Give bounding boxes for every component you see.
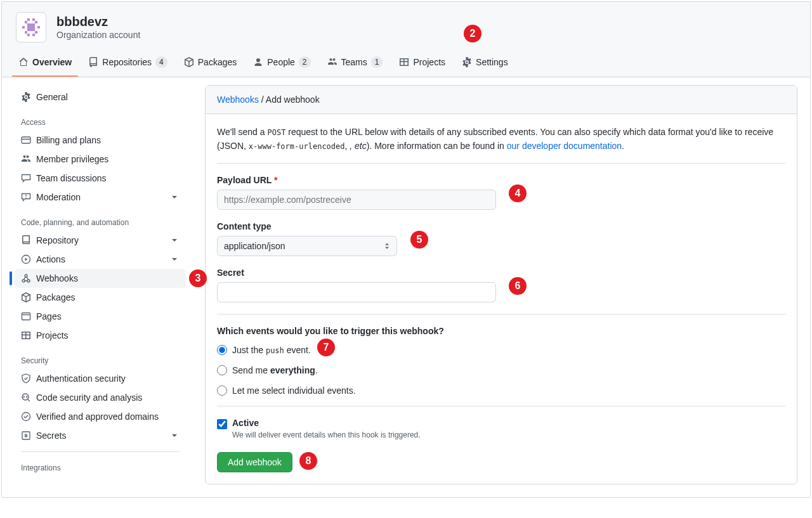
svg-line-22 [28,399,30,402]
sidebar-webhooks[interactable]: Webhooks 3 [15,269,186,288]
sidebar-secrets[interactable]: Secrets [15,426,186,445]
repo-count: 4 [155,56,167,68]
radio-just-push-input[interactable] [217,345,227,355]
svg-rect-9 [27,34,30,36]
svg-point-16 [22,280,25,282]
events-title: Which events would you like to trigger t… [217,326,785,336]
svg-rect-5 [22,26,25,29]
svg-rect-2 [25,21,27,23]
browser-icon [21,311,31,321]
radio-everything-input[interactable] [217,365,227,375]
org-name: bbbdevz [56,15,140,29]
tab-packages[interactable]: Packages [178,50,243,77]
tab-packages-label: Packages [198,57,237,67]
codescan-icon [21,392,31,403]
sidebar-group-access: Access [15,107,186,131]
intro-text: We'll send a POST request to the URL bel… [217,126,785,153]
svg-rect-1 [32,18,35,21]
org-avatar [16,12,46,42]
svg-rect-10 [32,34,35,36]
svg-point-14 [25,197,26,198]
active-checkbox[interactable] [217,419,227,429]
sidebar-repository[interactable]: Repository [15,231,186,250]
sidebar-label: Team discussions [36,173,107,183]
radio-everything[interactable]: Send me everything. [217,365,785,375]
sidebar-group-integrations: Integrations [15,452,186,476]
annotation-4: 4 [509,185,527,202]
developer-docs-link[interactable]: our developer documentation [507,141,622,151]
tab-repositories[interactable]: Repositories 4 [82,50,174,77]
svg-rect-11 [22,137,30,143]
svg-point-17 [27,280,30,282]
sidebar-label: Webhooks [36,273,78,283]
sidebar-projects[interactable]: Projects [15,326,186,345]
people-count: 2 [299,56,311,68]
sidebar-label: Verified and approved domains [36,411,159,422]
payload-url-input[interactable] [217,190,496,210]
sidebar-actions[interactable]: Actions [15,250,186,269]
tab-settings[interactable]: Settings [455,50,514,77]
active-description: We will deliver event details when this … [232,431,421,439]
sidebar-label: Code security and analysis [36,392,142,403]
add-webhook-button[interactable]: Add webhook [217,452,292,472]
sidebar-code-security[interactable]: Code security and analysis [15,388,186,407]
radio-just-push[interactable]: Just the push event. [217,345,785,355]
tab-projects[interactable]: Projects [393,50,452,77]
svg-rect-0 [27,18,30,21]
repo-icon [21,235,31,245]
sidebar-billing[interactable]: Billing and plans [15,131,186,150]
table-icon [399,57,409,67]
sidebar-label: Projects [36,330,69,340]
svg-point-23 [22,413,30,421]
sidebar-pages[interactable]: Pages [15,307,186,326]
tab-teams-label: Teams [341,57,367,67]
webhook-icon [21,273,31,283]
sidebar-auth-security[interactable]: Authentication security [15,369,186,388]
payload-url-label: Payload URL * [217,175,785,185]
svg-rect-8 [35,31,37,34]
chevron-down-icon [169,192,180,202]
chevron-down-icon [169,431,180,441]
people-icon [327,57,337,67]
gear-icon [21,92,31,102]
tab-settings-label: Settings [476,57,508,67]
tab-overview-label: Overview [32,57,72,67]
sidebar-label: Actions [36,254,65,264]
verified-icon [21,411,31,422]
annotation-5: 5 [410,231,428,249]
sidebar-verified-domains[interactable]: Verified and approved domains [15,407,186,426]
sidebar-label: Member privileges [36,154,108,164]
tab-teams[interactable]: Teams 1 [321,50,390,77]
tab-repositories-label: Repositories [102,57,152,67]
sidebar-team-discussions[interactable]: Team discussions [15,169,186,188]
sidebar-member-privileges[interactable]: Member privileges [15,150,186,169]
radio-individual[interactable]: Let me select individual events. [217,385,785,396]
report-icon [21,192,31,202]
annotation-2: 2 [464,25,481,42]
sidebar-packages[interactable]: Packages [15,288,186,307]
content-type-select[interactable]: application/json [217,236,397,256]
svg-rect-7 [25,31,27,34]
teams-count: 1 [371,56,383,68]
play-icon [21,254,31,264]
org-subtitle: Organization account [56,30,140,40]
annotation-3: 3 [189,269,207,287]
sidebar-label: Packages [36,292,75,302]
tab-people[interactable]: People 2 [247,50,317,77]
tab-overview[interactable]: Overview [12,50,78,77]
svg-point-18 [25,275,27,277]
people-icon [21,154,31,164]
active-label: Active [232,418,421,428]
breadcrumb-current: Add webhook [266,94,320,105]
annotation-8: 8 [299,452,317,470]
sidebar-general[interactable]: General [15,87,186,107]
gear-icon [462,57,472,67]
sidebar-moderation[interactable]: Moderation [15,188,186,207]
breadcrumb-webhooks-link[interactable]: Webhooks [217,94,259,105]
secret-label: Secret [217,268,785,278]
secret-input[interactable] [217,282,496,302]
annotation-6: 6 [509,277,527,295]
tab-projects-label: Projects [413,57,445,67]
radio-individual-input[interactable] [217,385,227,396]
sidebar-label: General [36,92,68,102]
